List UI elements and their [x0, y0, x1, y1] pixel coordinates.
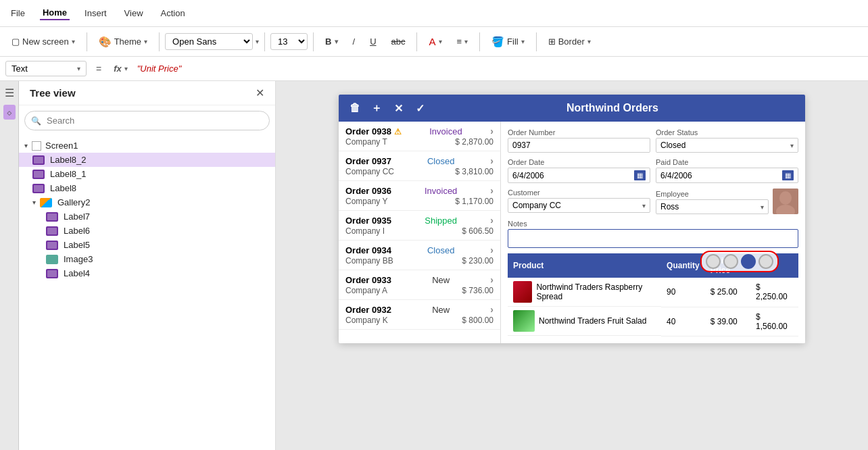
font-color-button[interactable]: A ▾	[423, 32, 448, 51]
tree-item-label5[interactable]: Label5	[19, 238, 275, 252]
value-order-status: Closed	[660, 141, 685, 150]
border-button[interactable]: ⊞ Border ▾	[542, 33, 597, 50]
app-header: 🗑 ＋ ✕ ✓ Northwind Orders	[339, 95, 805, 122]
input-order-number[interactable]: 0937	[508, 138, 650, 153]
fill-button[interactable]: 🪣 Fill ▾	[485, 32, 531, 51]
trash-icon[interactable]: 🗑	[347, 100, 363, 116]
hamburger-icon[interactable]: ☰	[5, 86, 14, 99]
dropdown-employee[interactable]: Ross ▾	[656, 199, 769, 214]
tree-close-button[interactable]: ✕	[256, 86, 264, 99]
layers-icon[interactable]: ⬦	[3, 105, 16, 120]
separator-2	[159, 32, 160, 51]
italic-button[interactable]: /	[347, 33, 362, 50]
font-color-chevron: ▾	[439, 38, 442, 45]
tree-item-label7[interactable]: Label7	[19, 209, 275, 224]
formula-fx-button[interactable]: fx ▾	[111, 64, 130, 74]
new-screen-button[interactable]: ▢ New screen ▾	[5, 33, 81, 50]
formula-equals: =	[91, 64, 107, 74]
screen1-label: Screen1	[45, 141, 78, 151]
product-total-1: $ 2,250.00	[750, 278, 798, 307]
font-family-select[interactable]: Open Sans	[165, 33, 253, 50]
product-total-2: $ 1,560.00	[750, 307, 798, 336]
col-circle-3[interactable]	[741, 254, 756, 269]
canvas-area: 🗑 ＋ ✕ ✓ Northwind Orders Order 0938 ⚠ In…	[276, 81, 868, 450]
calendar-icon-order-date[interactable]: ▦	[634, 170, 646, 180]
tree-item-label4[interactable]: Label4	[19, 266, 275, 280]
separator-1	[87, 32, 87, 51]
order-id-0932: Order 0932	[345, 305, 391, 315]
svg-point-1	[779, 191, 792, 205]
tree-search[interactable]: 🔍	[24, 111, 270, 130]
status-0935: Shipped	[425, 216, 457, 226]
formula-selector[interactable]: Text ▾	[5, 61, 87, 76]
order-item-0938[interactable]: Order 0938 ⚠ Invoiced › Company T $ 2,87…	[339, 122, 500, 151]
input-order-date[interactable]: 6/4/2006 ▦	[508, 168, 650, 183]
menu-bar: File Home Insert View Action	[0, 0, 868, 27]
field-paid-date: Paid Date 6/4/2006 ▦	[656, 158, 798, 183]
field-order-status: Order Status Closed ▾	[656, 128, 798, 153]
theme-button[interactable]: 🎨 Theme ▾	[93, 32, 153, 51]
order-item-0937[interactable]: Order 0937 Closed › Company CC $ 3,810.0…	[339, 151, 500, 181]
menu-insert[interactable]: Insert	[82, 7, 110, 20]
order-item-0933[interactable]: Order 0933 New › Company A $ 736.00	[339, 270, 500, 300]
label8-text: Label8	[50, 183, 76, 193]
field-employee: Employee Ross ▾	[656, 189, 798, 214]
main-layout: ☰ ⬦ Tree view ✕ 🔍 ▾ Screen1 Label8_2	[0, 81, 868, 450]
sidebar-toggle: ☰ ⬦	[0, 81, 19, 450]
col-header-quantity: Quantity	[661, 253, 705, 278]
bold-button[interactable]: B ▾	[319, 33, 343, 50]
tree-item-gallery2[interactable]: ▾ Gallery2	[19, 195, 275, 209]
label-order-status: Order Status	[656, 128, 798, 136]
underline-label: U	[370, 36, 376, 47]
tree-item-label8[interactable]: Label8	[19, 181, 275, 195]
order-item-0935[interactable]: Order 0935 Shipped › Company I $ 606.50	[339, 211, 500, 241]
col-header-unit-price: Unit Price	[705, 253, 750, 278]
align-button[interactable]: ≡ ▾	[451, 33, 475, 50]
tree-item-label8-1[interactable]: Label8_1	[19, 167, 275, 181]
col-circle-2[interactable]	[723, 254, 738, 269]
close-icon[interactable]: ✕	[390, 100, 406, 116]
menu-action[interactable]: Action	[158, 7, 188, 20]
font-size-select[interactable]: 13	[270, 33, 308, 50]
label7-text: Label7	[64, 211, 90, 222]
search-input[interactable]	[24, 111, 270, 130]
input-paid-date[interactable]: 6/4/2006 ▦	[656, 168, 798, 183]
order-item-0936[interactable]: Order 0936 Invoiced › Company Y $ 1,170.…	[339, 181, 500, 211]
product-table-header: Product Quantity Unit Price	[508, 253, 798, 278]
tree-item-label6[interactable]: Label6	[19, 224, 275, 238]
input-notes[interactable]	[508, 229, 798, 248]
menu-file[interactable]: File	[8, 7, 28, 20]
underline-button[interactable]: U	[364, 33, 382, 50]
collapse-arrow-screen1: ▾	[24, 142, 28, 149]
value-customer: Company CC	[512, 201, 561, 210]
label-notes: Notes	[508, 220, 798, 228]
add-icon[interactable]: ＋	[368, 100, 385, 116]
amount-0938: $ 2,870.00	[455, 137, 493, 147]
fill-label: Fill	[507, 36, 519, 47]
company-0934: Company BB	[345, 256, 393, 266]
order-item-0932[interactable]: Order 0932 New › Company K $ 800.00	[339, 300, 500, 330]
menu-home[interactable]: Home	[40, 6, 70, 20]
dropdown-customer[interactable]: Company CC ▾	[508, 198, 650, 213]
strikethrough-label: abc	[391, 36, 406, 47]
gallery2-text: Gallery2	[57, 197, 90, 207]
order-detail: Order Number 0937 Order Status Closed ▾	[501, 122, 805, 343]
tree-item-label8-2[interactable]: Label8_2	[19, 153, 275, 167]
company-0937: Company CC	[345, 167, 394, 176]
label-icon-label8-1	[32, 170, 45, 179]
tree-item-image3[interactable]: Image3	[19, 252, 275, 266]
col-circle-4[interactable]	[758, 254, 773, 269]
strikethrough-button[interactable]: abc	[385, 33, 412, 50]
order-id-0937: Order 0937	[345, 156, 391, 166]
check-screen1[interactable]	[32, 141, 41, 151]
check-icon[interactable]: ✓	[412, 100, 428, 116]
col-circle-1[interactable]	[706, 254, 721, 269]
status-dropdown-chevron: ▾	[790, 142, 794, 149]
order-item-0934[interactable]: Order 0934 Closed › Company BB $ 230.00	[339, 241, 500, 270]
amount-0937: $ 3,810.00	[455, 167, 493, 176]
calendar-icon-paid-date[interactable]: ▦	[782, 170, 794, 180]
dropdown-order-status[interactable]: Closed ▾	[656, 138, 798, 153]
tree-item-screen1[interactable]: ▾ Screen1	[19, 139, 275, 153]
amount-0932: $ 800.00	[462, 316, 493, 325]
menu-view[interactable]: View	[122, 7, 146, 20]
